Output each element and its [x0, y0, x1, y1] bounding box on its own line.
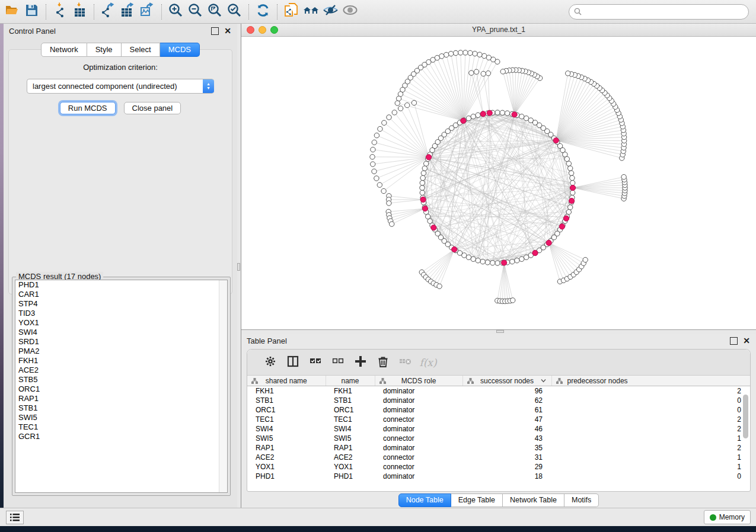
graph-node[interactable]: [477, 52, 482, 57]
zoom-selected-button[interactable]: [225, 2, 244, 21]
graph-node[interactable]: [570, 190, 575, 195]
tab-node-table[interactable]: Node Table: [398, 493, 451, 507]
graph-node-selected[interactable]: [487, 110, 492, 116]
graph-node-selected[interactable]: [422, 206, 428, 211]
result-list-item[interactable]: SRD1: [15, 337, 227, 347]
graph-node[interactable]: [473, 51, 477, 56]
graph-node[interactable]: [396, 96, 401, 101]
graph-node[interactable]: [392, 110, 397, 115]
graph-node-selected[interactable]: [569, 198, 575, 204]
graph-node[interactable]: [500, 69, 505, 74]
zoom-out-button[interactable]: [186, 2, 205, 21]
hide-selected-button[interactable]: [321, 2, 340, 21]
tab-style[interactable]: Style: [87, 43, 122, 57]
clone-network-button[interactable]: [282, 2, 301, 21]
graph-node[interactable]: [378, 126, 382, 131]
show-all-button[interactable]: [340, 2, 360, 21]
graph-node[interactable]: [371, 147, 375, 152]
graph-node[interactable]: [387, 201, 391, 206]
graph-node[interactable]: [420, 190, 425, 195]
first-neighbors-button[interactable]: [301, 2, 321, 21]
graph-node[interactable]: [382, 120, 387, 125]
graph-node[interactable]: [490, 261, 495, 265]
graph-node[interactable]: [510, 259, 515, 264]
tab-network[interactable]: Network: [41, 43, 87, 57]
graph-node[interactable]: [495, 261, 500, 265]
table-row[interactable]: SWI4SWI4dominator462: [247, 424, 750, 434]
graph-node-selected[interactable]: [512, 112, 517, 117]
delete-column-button[interactable]: [372, 354, 394, 371]
graph-node-selected[interactable]: [480, 111, 486, 117]
graph-node[interactable]: [519, 114, 524, 119]
split-column-button[interactable]: [282, 354, 304, 371]
tab-motifs[interactable]: Motifs: [564, 493, 599, 507]
graph-node[interactable]: [405, 102, 410, 107]
graph-node[interactable]: [486, 71, 490, 76]
close-table-panel-icon[interactable]: ✕: [743, 338, 750, 344]
graph-node[interactable]: [570, 175, 575, 180]
zoom-in-button[interactable]: [166, 2, 186, 21]
graph-node[interactable]: [398, 106, 403, 111]
graph-node[interactable]: [570, 181, 575, 185]
graph-node[interactable]: [481, 71, 486, 76]
float-table-panel-icon[interactable]: [730, 337, 738, 345]
close-panel-icon[interactable]: ✕: [224, 28, 231, 34]
graph-node[interactable]: [390, 222, 394, 226]
graph-node[interactable]: [372, 169, 377, 174]
divider-grip[interactable]: [496, 330, 504, 333]
window-close-icon[interactable]: [247, 26, 254, 34]
table-row[interactable]: PHD1PHD1dominator180: [247, 472, 750, 481]
column-header-successor-nodes[interactable]: successor nodes: [462, 376, 551, 386]
network-window-titlebar[interactable]: YPA_prune.txt_1: [241, 24, 756, 37]
graph-node[interactable]: [583, 257, 588, 262]
graph-node[interactable]: [468, 50, 473, 55]
graph-node[interactable]: [515, 258, 519, 263]
graph-node-selected[interactable]: [452, 246, 457, 252]
graph-node[interactable]: [482, 53, 487, 58]
graph-node[interactable]: [569, 171, 573, 175]
table-row[interactable]: FKH1FKH1dominator962: [247, 386, 750, 396]
zoom-fit-button[interactable]: [205, 2, 225, 21]
mcds-result-list[interactable]: PHD1CAR1STP4TID3YOX1SWI4SRD1PMA2FKH1ACE2…: [15, 280, 228, 493]
table-scrollbar-thumb[interactable]: [743, 395, 748, 438]
graph-node[interactable]: [568, 205, 573, 210]
select-all-button[interactable]: [304, 354, 327, 371]
result-list-scrollbar[interactable]: [219, 280, 227, 492]
graph-node[interactable]: [564, 156, 569, 161]
graph-node[interactable]: [471, 114, 476, 119]
result-list-item[interactable]: TEC1: [15, 422, 227, 432]
float-panel-icon[interactable]: [211, 27, 219, 35]
open-button[interactable]: [2, 2, 22, 21]
tab-mcds[interactable]: MCDS: [160, 43, 200, 57]
graph-node-selected[interactable]: [563, 216, 569, 221]
tab-network-table[interactable]: Network Table: [503, 493, 564, 507]
graph-node[interactable]: [519, 257, 524, 261]
column-header-MCDS-role[interactable]: MCDS role: [375, 376, 462, 386]
graph-node[interactable]: [426, 214, 430, 219]
graph-node-selected[interactable]: [553, 138, 559, 143]
graph-node[interactable]: [471, 257, 476, 261]
graph-node[interactable]: [495, 110, 500, 115]
result-list-item[interactable]: PMA2: [15, 347, 227, 356]
graph-node-selected[interactable]: [570, 185, 575, 190]
graph-node[interactable]: [505, 111, 509, 116]
result-list-item[interactable]: SWI4: [15, 328, 227, 337]
result-list-item[interactable]: YOX1: [15, 318, 227, 328]
export-network-button[interactable]: [98, 2, 118, 21]
graph-node[interactable]: [370, 155, 375, 159]
graph-node[interactable]: [566, 161, 571, 166]
search-box[interactable]: [569, 4, 749, 20]
result-list-item[interactable]: ACE2: [15, 366, 227, 375]
graph-node[interactable]: [374, 133, 379, 137]
graph-node-selected[interactable]: [502, 260, 507, 265]
export-table-button[interactable]: [118, 2, 138, 21]
graph-node[interactable]: [448, 52, 453, 56]
network-canvas[interactable]: [241, 37, 756, 329]
table-row[interactable]: ORC1ORC1dominator610: [247, 405, 750, 415]
graph-node[interactable]: [424, 161, 429, 166]
graph-node[interactable]: [395, 101, 400, 105]
graph-node[interactable]: [421, 171, 426, 175]
refresh-button[interactable]: [253, 2, 273, 21]
graph-node[interactable]: [381, 188, 386, 193]
table-row[interactable]: STB1STB1dominator620: [247, 396, 750, 405]
